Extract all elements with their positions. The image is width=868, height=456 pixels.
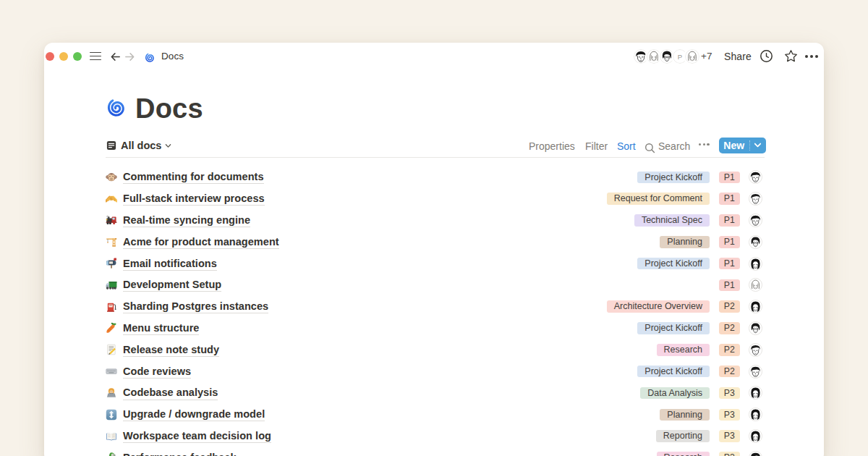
svg-text:P: P [678,52,682,60]
